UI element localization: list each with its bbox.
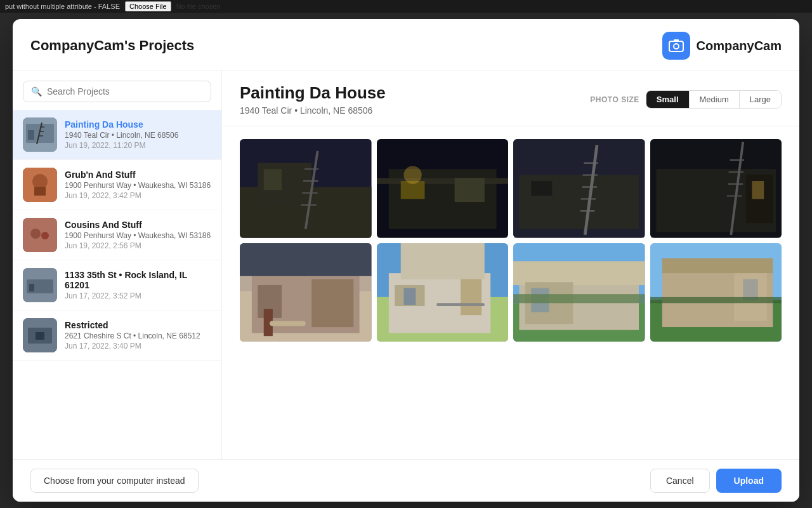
project-header: Painting Da House 1940 Teal Cir • Lincol… bbox=[222, 70, 799, 126]
svg-point-1 bbox=[674, 44, 679, 49]
modal-body: 🔍 bbox=[13, 70, 799, 459]
project-info: Restricted 2621 Cheshire S Ct • Lincoln,… bbox=[65, 320, 211, 351]
logo-area: CompanyCam bbox=[662, 32, 782, 60]
project-item-cousins-and-stuff[interactable]: Cousins And Stuff 1900 Penhurst Way • Wa… bbox=[13, 210, 221, 260]
svg-point-14 bbox=[30, 229, 41, 239]
svg-rect-54 bbox=[752, 181, 764, 199]
project-name: Cousins And Stuff bbox=[65, 220, 211, 230]
project-picker-modal: CompanyCam's Projects CompanyCam 🔍 bbox=[13, 19, 799, 502]
project-date: Jun 17, 2022, 3:52 PM bbox=[65, 291, 211, 300]
search-input[interactable] bbox=[47, 86, 203, 97]
project-date: Jun 19, 2022, 3:42 PM bbox=[65, 191, 211, 200]
project-info: Painting Da House 1940 Teal Cir • Lincol… bbox=[65, 119, 211, 150]
companycam-logo-icon bbox=[662, 32, 690, 60]
size-option-medium[interactable]: Medium bbox=[690, 91, 740, 108]
svg-rect-18 bbox=[29, 284, 34, 291]
search-box: 🔍 bbox=[23, 81, 211, 102]
svg-point-36 bbox=[403, 166, 421, 184]
svg-rect-83 bbox=[743, 279, 758, 300]
project-date: Jun 19, 2022, 2:56 PM bbox=[65, 241, 211, 250]
project-thumb bbox=[23, 268, 57, 302]
project-thumb bbox=[23, 168, 57, 202]
svg-rect-2 bbox=[674, 39, 679, 42]
photo-item[interactable] bbox=[377, 243, 509, 342]
project-thumb bbox=[23, 117, 57, 152]
project-date: Jun 17, 2022, 3:40 PM bbox=[65, 342, 211, 351]
project-header-info: Painting Da House 1940 Teal Cir • Lincol… bbox=[240, 83, 386, 116]
size-options: Small Medium Large bbox=[646, 90, 782, 109]
size-option-small[interactable]: Small bbox=[646, 91, 690, 108]
photo-size-control: PHOTO SIZE Small Medium Large bbox=[590, 90, 782, 109]
project-name: Restricted bbox=[65, 320, 211, 330]
logo-text: CompanyCam bbox=[697, 39, 782, 53]
svg-rect-59 bbox=[311, 279, 353, 326]
project-info: Grub'n And Stuff 1900 Penhurst Way • Wau… bbox=[65, 170, 211, 200]
svg-rect-74 bbox=[513, 261, 645, 285]
svg-rect-66 bbox=[400, 243, 484, 279]
no-file-text: No file chosen bbox=[176, 3, 221, 10]
size-option-large[interactable]: Large bbox=[740, 91, 781, 108]
svg-rect-68 bbox=[403, 288, 416, 304]
project-address: 1900 Penhurst Way • Waukesha, WI 53186 bbox=[65, 231, 211, 240]
footer-actions: Cancel Upload bbox=[650, 469, 782, 493]
modal-overlay: CompanyCam's Projects CompanyCam 🔍 bbox=[0, 13, 812, 508]
photo-item[interactable] bbox=[650, 139, 782, 238]
project-name: 1133 35th St • Rock Island, IL 61201 bbox=[65, 270, 211, 290]
svg-rect-0 bbox=[669, 41, 683, 51]
photo-item[interactable] bbox=[513, 243, 645, 342]
main-content: Painting Da House 1940 Teal Cir • Lincol… bbox=[222, 70, 799, 459]
search-icon: 🔍 bbox=[31, 86, 42, 97]
svg-rect-84 bbox=[650, 297, 782, 303]
project-name: Grub'n And Stuff bbox=[65, 170, 211, 180]
modal-footer: Choose from your computer instead Cancel… bbox=[13, 459, 799, 502]
photo-size-label: PHOTO SIZE bbox=[590, 95, 639, 104]
top-browser-bar: put without multiple attribute - FALSE C… bbox=[0, 0, 812, 13]
modal-header: CompanyCam's Projects CompanyCam bbox=[13, 19, 799, 70]
project-item-painting-da-house[interactable]: Painting Da House 1940 Teal Cir • Lincol… bbox=[13, 110, 221, 160]
svg-rect-81 bbox=[662, 258, 772, 273]
choose-file-button[interactable]: Choose File bbox=[125, 1, 171, 11]
project-thumb bbox=[23, 318, 57, 352]
svg-rect-33 bbox=[377, 178, 509, 184]
photo-item[interactable] bbox=[377, 139, 509, 238]
photo-item[interactable] bbox=[513, 139, 645, 238]
svg-rect-45 bbox=[531, 181, 552, 196]
project-item-rock-island[interactable]: 1133 35th St • Rock Island, IL 61201 Jun… bbox=[13, 260, 221, 311]
svg-rect-69 bbox=[461, 279, 481, 315]
sidebar: 🔍 bbox=[13, 70, 222, 459]
svg-rect-25 bbox=[264, 169, 282, 190]
svg-rect-62 bbox=[270, 321, 306, 326]
svg-rect-21 bbox=[36, 332, 44, 340]
modal-title: CompanyCam's Projects bbox=[30, 37, 194, 54]
svg-point-15 bbox=[41, 232, 49, 239]
project-item-restricted[interactable]: Restricted 2621 Cheshire S Ct • Lincoln,… bbox=[13, 311, 221, 361]
svg-rect-77 bbox=[513, 294, 645, 303]
project-info: Cousins And Stuff 1900 Penhurst Way • Wa… bbox=[65, 220, 211, 250]
top-bar-text: put without multiple attribute - FALSE bbox=[5, 3, 120, 10]
upload-button[interactable]: Upload bbox=[716, 469, 782, 493]
project-info: 1133 35th St • Rock Island, IL 61201 Jun… bbox=[65, 270, 211, 300]
choose-from-computer-button[interactable]: Choose from your computer instead bbox=[30, 469, 199, 493]
projects-list: Painting Da House 1940 Teal Cir • Lincol… bbox=[13, 110, 221, 459]
photo-item[interactable] bbox=[240, 139, 372, 238]
selected-project-address: 1940 Teal Cir • Lincoln, NE 68506 bbox=[240, 105, 386, 116]
svg-rect-12 bbox=[34, 187, 46, 196]
project-thumb bbox=[23, 218, 57, 252]
photo-item[interactable] bbox=[240, 243, 372, 342]
search-container: 🔍 bbox=[13, 70, 221, 110]
svg-rect-5 bbox=[28, 130, 34, 140]
project-address: 2621 Cheshire S Ct • Lincoln, NE 68512 bbox=[65, 331, 211, 340]
project-name: Painting Da House bbox=[65, 119, 211, 130]
cancel-button[interactable]: Cancel bbox=[650, 469, 710, 493]
project-item-grubn-and-stuff[interactable]: Grub'n And Stuff 1900 Penhurst Way • Wau… bbox=[13, 160, 221, 210]
project-date: Jun 19, 2022, 11:20 PM bbox=[65, 141, 211, 150]
photos-grid bbox=[222, 126, 799, 459]
photo-item[interactable] bbox=[650, 243, 782, 342]
svg-rect-35 bbox=[454, 178, 484, 202]
project-address: 1940 Teal Cir • Lincoln, NE 68506 bbox=[65, 131, 211, 140]
svg-rect-70 bbox=[436, 303, 484, 306]
project-address: 1900 Penhurst Way • Waukesha, WI 53186 bbox=[65, 181, 211, 190]
svg-rect-60 bbox=[240, 243, 372, 276]
selected-project-name: Painting Da House bbox=[240, 83, 386, 103]
